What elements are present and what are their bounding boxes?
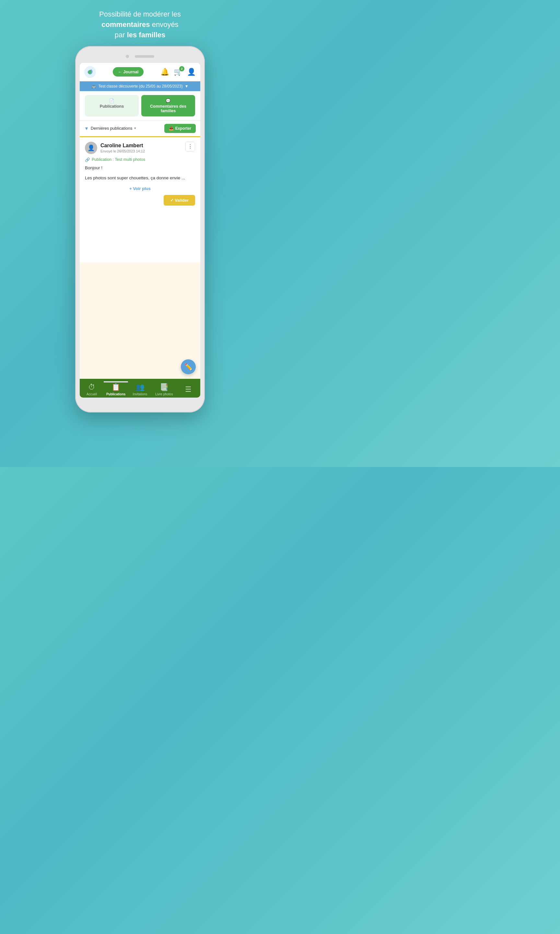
invitations-icon: 👥: [136, 383, 145, 391]
nav-label-publications: Publications: [106, 392, 125, 396]
export-button[interactable]: 📤 Exporter: [164, 124, 196, 133]
comment-card: 👤 Caroline Lambert Envoyé le 26/05/2023 …: [80, 137, 200, 263]
home-icon: ⏱: [88, 383, 95, 391]
below-card-area: ✏️: [80, 262, 200, 379]
more-options-button[interactable]: ⋮: [185, 142, 195, 151]
tab-publications-label: Publications: [100, 104, 124, 109]
comment-body-line2: Les photos sont super chouettes, ça donn…: [85, 175, 195, 182]
avatar: 👤: [85, 142, 97, 154]
speaker-slot: [135, 55, 154, 58]
phone-top-bar: [80, 52, 200, 61]
cart-badge: 2: [179, 66, 185, 71]
nav-item-menu[interactable]: ☰: [176, 384, 200, 394]
export-icon: 📤: [169, 126, 174, 131]
notifications-icon-wrap[interactable]: 🔔: [160, 68, 169, 76]
comment-author-row: 👤 Caroline Lambert Envoyé le 26/05/2023 …: [85, 142, 145, 154]
camera-dot: [126, 55, 129, 58]
headline-text-3: par: [115, 31, 127, 39]
voir-plus-link[interactable]: + Voir plus: [85, 186, 195, 191]
nav-label-invitations: Invitations: [133, 392, 148, 396]
headline: Possibilité de modérer les commentaires …: [80, 0, 200, 46]
tab-selector: 📄 Publications 💬 Commentaires des famill…: [80, 91, 200, 120]
tab-commentaires-label: Commentaires des familles: [143, 104, 193, 113]
tab-commentaires[interactable]: 💬 Commentaires des familles: [141, 95, 195, 116]
author-date: Envoyé le 26/05/2023 14:12: [100, 149, 145, 153]
nav-item-livre-photos[interactable]: 📑 Livre photos: [152, 381, 176, 396]
author-name: Caroline Lambert: [100, 143, 145, 148]
link-icon: 🔗: [85, 157, 90, 162]
profile-icon-wrap[interactable]: 👤: [187, 68, 196, 76]
publications-icon: 📋: [111, 383, 120, 391]
headline-bold-2: les familles: [127, 31, 166, 39]
app-header: ← Journal 🔔 🛒 2 👤: [80, 63, 200, 82]
valider-row: ✓ Valider: [85, 195, 195, 206]
header-icons: 🔔 🛒 2 👤: [160, 68, 196, 76]
chevron-filter-icon: ▾: [134, 126, 136, 130]
hamburger-icon: ☰: [185, 385, 192, 394]
pencil-icon: ✏️: [185, 363, 192, 371]
journal-button[interactable]: ← Journal: [113, 67, 144, 77]
headline-text-2: envoyés: [152, 20, 178, 29]
author-info: Caroline Lambert Envoyé le 26/05/2023 14…: [100, 143, 145, 153]
livre-photos-icon: 📑: [160, 383, 169, 391]
bottom-nav: ⏱ Accueil 📋 Publications 👥 Invitations 📑…: [80, 379, 200, 398]
profile-icon: 👤: [187, 68, 196, 76]
filter-icon: ▼: [84, 126, 89, 131]
cart-icon-wrap[interactable]: 🛒 2: [174, 68, 183, 76]
phone-bottom-bar: [80, 399, 200, 407]
comment-body: Bonjour ! Les photos sont super chouette…: [85, 165, 195, 182]
chevron-down-icon: ▼: [185, 84, 189, 89]
valider-button[interactable]: ✓ Valider: [164, 195, 195, 206]
comment-header: 👤 Caroline Lambert Envoyé le 26/05/2023 …: [85, 142, 195, 154]
document-icon: 📄: [109, 98, 114, 103]
comment-body-line1: Bonjour !: [85, 165, 195, 171]
nav-item-invitations[interactable]: 👥 Invitations: [128, 381, 152, 396]
bus-icon: 🚌: [91, 84, 96, 89]
filter-left[interactable]: ▼ Dernières publications ▾: [84, 126, 136, 131]
trip-banner[interactable]: 🚌 Test classe découverte (du 25/05 au 28…: [80, 82, 200, 91]
phone-screen: ← Journal 🔔 🛒 2 👤 🚌 Test classe découver…: [80, 63, 200, 398]
nav-item-publications[interactable]: 📋 Publications: [104, 381, 128, 396]
filter-bar: ▼ Dernières publications ▾ 📤 Exporter: [80, 120, 200, 137]
bell-icon: 🔔: [160, 68, 169, 76]
tab-publications[interactable]: 📄 Publications: [85, 95, 139, 116]
nav-label-accueil: Accueil: [86, 392, 97, 396]
nav-item-accueil[interactable]: ⏱ Accueil: [80, 381, 104, 396]
export-label: Exporter: [175, 126, 191, 131]
headline-bold-1: commentaires: [102, 20, 150, 29]
headline-text-1: Possibilité de modérer les: [99, 10, 181, 18]
trip-text: Test classe découverte (du 25/05 au 28/0…: [98, 84, 183, 89]
chat-icon: 💬: [166, 98, 171, 103]
filter-label: Dernières publications: [91, 126, 132, 131]
avatar-icon: 👤: [88, 144, 95, 151]
fab-edit-button[interactable]: ✏️: [181, 359, 196, 374]
publication-link[interactable]: 🔗 Publication : Test multi photos: [85, 157, 195, 162]
publication-link-text: Publication : Test multi photos: [92, 157, 145, 162]
app-logo: [84, 66, 96, 78]
phone-shell: ← Journal 🔔 🛒 2 👤 🚌 Test classe découver…: [75, 46, 205, 413]
nav-label-livre-photos: Livre photos: [155, 392, 173, 396]
